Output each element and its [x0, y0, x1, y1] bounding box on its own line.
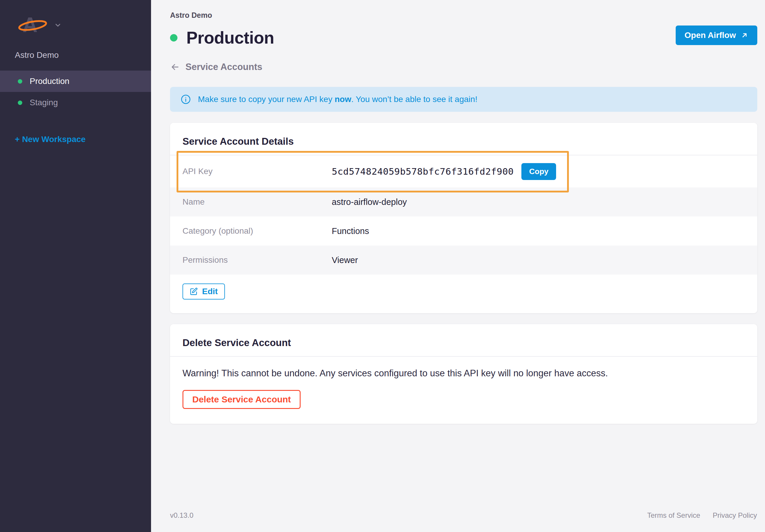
- open-airflow-label: Open Airflow: [685, 31, 736, 40]
- deployment-status-dot-icon: [170, 34, 178, 42]
- footer: v0.13.0 Terms of Service Privacy Policy: [170, 511, 757, 520]
- astronomer-logo-icon[interactable]: A: [17, 12, 48, 37]
- banner-text: Make sure to copy your new API key now. …: [198, 95, 477, 104]
- api-key-info-banner: Make sure to copy your new API key now. …: [170, 87, 757, 112]
- edit-pencil-icon: [190, 287, 198, 296]
- new-workspace-link[interactable]: + New Workspace: [15, 134, 85, 144]
- permissions-row: Permissions Viewer: [170, 246, 757, 275]
- api-key-row: API Key 5cd574824059b578bfc76f316fd2f900…: [170, 155, 757, 187]
- open-airflow-button[interactable]: Open Airflow: [676, 26, 757, 45]
- status-dot-icon: [18, 79, 22, 84]
- status-dot-icon: [18, 101, 22, 105]
- edit-label: Edit: [202, 287, 218, 296]
- main-content: Astro Demo Production Open Airflow Servi…: [151, 0, 765, 532]
- sidebar-item-production[interactable]: Production: [0, 71, 151, 92]
- arrow-left-icon: [170, 62, 180, 72]
- nav-item-label: Production: [30, 77, 69, 86]
- card-actions: Edit: [170, 275, 757, 313]
- breadcrumb[interactable]: Astro Demo: [170, 0, 757, 20]
- edit-button[interactable]: Edit: [183, 284, 225, 300]
- back-label: Service Accounts: [186, 62, 262, 72]
- delete-warning-text: Warning! This cannot be undone. Any serv…: [183, 368, 745, 379]
- permissions-label: Permissions: [183, 255, 332, 265]
- api-key-value: 5cd574824059b578bfc76f316fd2f900: [332, 166, 514, 177]
- chevron-down-icon[interactable]: [54, 21, 62, 29]
- category-value: Functions: [332, 226, 369, 236]
- page-header: Production Open Airflow: [170, 28, 757, 48]
- sidebar: A Astro Demo Production Staging + New Wo…: [0, 0, 151, 532]
- info-icon: [181, 94, 191, 105]
- back-to-service-accounts-link[interactable]: Service Accounts: [170, 62, 262, 72]
- logo-row: A: [0, 0, 151, 37]
- app-root: A Astro Demo Production Staging + New Wo…: [0, 0, 765, 532]
- service-account-details-card: Service Account Details API Key 5cd57482…: [170, 123, 757, 313]
- category-label: Category (optional): [183, 226, 332, 236]
- name-value: astro-airflow-deploy: [332, 197, 407, 207]
- deployment-nav: Production Staging: [0, 71, 151, 113]
- card-title: Delete Service Account: [170, 324, 757, 357]
- category-row: Category (optional) Functions: [170, 216, 757, 246]
- page-title: Production: [186, 28, 274, 48]
- delete-service-account-button[interactable]: Delete Service Account: [183, 390, 301, 409]
- permissions-value: Viewer: [332, 255, 358, 265]
- delete-card-body: Warning! This cannot be undone. Any serv…: [170, 357, 757, 424]
- terms-of-service-link[interactable]: Terms of Service: [647, 511, 700, 520]
- api-key-label: API Key: [183, 167, 332, 176]
- delete-service-account-card: Delete Service Account Warning! This can…: [170, 324, 757, 424]
- name-label: Name: [183, 197, 332, 207]
- name-row: Name astro-airflow-deploy: [170, 187, 757, 216]
- nav-item-label: Staging: [30, 98, 58, 107]
- card-title: Service Account Details: [170, 123, 757, 155]
- workspace-name: Astro Demo: [0, 50, 151, 60]
- external-link-arrow-icon: [741, 31, 748, 39]
- copy-button[interactable]: Copy: [521, 163, 556, 180]
- privacy-policy-link[interactable]: Privacy Policy: [713, 511, 757, 520]
- sidebar-item-staging[interactable]: Staging: [0, 92, 151, 113]
- footer-links: Terms of Service Privacy Policy: [647, 511, 757, 520]
- version-label: v0.13.0: [170, 511, 194, 520]
